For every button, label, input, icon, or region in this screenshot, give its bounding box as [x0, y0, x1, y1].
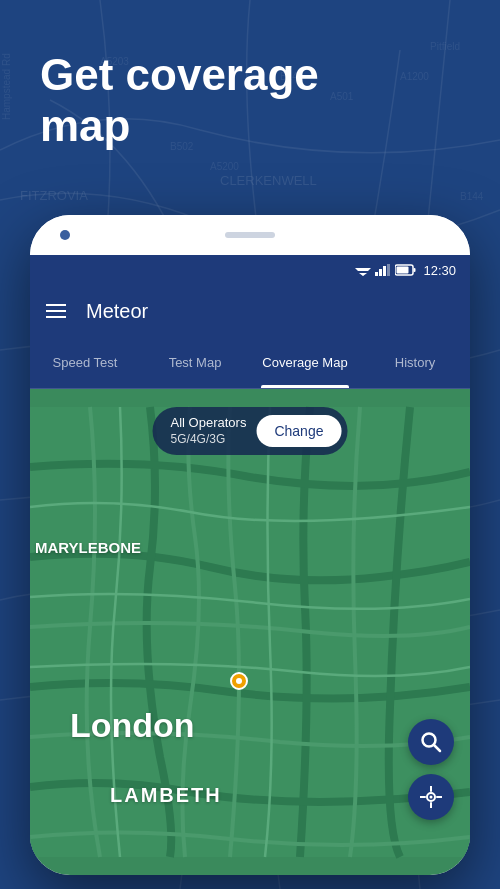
app-header: Meteor — [30, 285, 470, 337]
svg-rect-21 — [397, 267, 409, 274]
svg-text:Hampstead Rd: Hampstead Rd — [1, 53, 12, 120]
app-name: Meteor — [86, 300, 148, 323]
filter-pill: All Operators 5G/4G/3G Change — [153, 407, 348, 455]
title-line2: map — [40, 101, 319, 152]
svg-rect-16 — [379, 269, 382, 276]
filter-text: All Operators 5G/4G/3G — [171, 415, 247, 447]
svg-text:Pitfield: Pitfield — [430, 41, 460, 52]
location-pin-icon — [230, 672, 248, 694]
svg-point-25 — [236, 678, 242, 684]
svg-rect-20 — [414, 268, 416, 272]
tab-bar: Speed Test Test Map Coverage Map History — [30, 337, 470, 389]
search-fab-button[interactable] — [408, 719, 454, 765]
svg-text:A5200: A5200 — [210, 161, 239, 172]
svg-marker-14 — [359, 273, 367, 276]
location-dot — [230, 672, 248, 690]
title-line1: Get coverage — [40, 50, 319, 101]
tab-speed-test[interactable]: Speed Test — [30, 337, 140, 388]
status-bar: 12:30 — [30, 255, 470, 285]
status-time: 12:30 — [423, 263, 456, 278]
svg-point-29 — [430, 796, 433, 799]
svg-text:CLERKENWELL: CLERKENWELL — [220, 173, 317, 188]
svg-text:A501: A501 — [330, 91, 354, 102]
svg-rect-15 — [375, 272, 378, 276]
tab-coverage-map[interactable]: Coverage Map — [250, 337, 360, 388]
locate-fab-button[interactable] — [408, 774, 454, 820]
tab-test-map[interactable]: Test Map — [140, 337, 250, 388]
svg-line-27 — [434, 745, 440, 751]
operator-label: All Operators — [171, 415, 247, 432]
phone-frame: 12:30 Meteor Speed Test Test Map Coverag… — [30, 215, 470, 875]
svg-text:A1200: A1200 — [400, 71, 429, 82]
phone-camera — [60, 230, 70, 240]
battery-icon — [395, 264, 417, 276]
locate-icon — [420, 786, 442, 808]
map-area: All Operators 5G/4G/3G Change MARYLEBONE… — [30, 389, 470, 875]
phone-content: 12:30 Meteor Speed Test Test Map Coverag… — [30, 255, 470, 875]
change-button[interactable]: Change — [256, 415, 341, 447]
svg-text:B144: B144 — [460, 191, 484, 202]
page-title: Get coverage map — [40, 50, 319, 151]
tab-history[interactable]: History — [360, 337, 470, 388]
phone-speaker — [225, 232, 275, 238]
phone-top-bar — [30, 215, 470, 255]
signal-icon — [375, 264, 391, 276]
network-label: 5G/4G/3G — [171, 432, 247, 448]
hamburger-menu[interactable] — [46, 304, 66, 318]
svg-rect-18 — [387, 264, 390, 276]
search-icon — [420, 731, 442, 753]
map-svg — [30, 389, 470, 875]
status-icons — [355, 264, 417, 276]
svg-rect-17 — [383, 266, 386, 276]
wifi-icon — [355, 264, 371, 276]
svg-text:FITZROVIA: FITZROVIA — [20, 188, 88, 203]
